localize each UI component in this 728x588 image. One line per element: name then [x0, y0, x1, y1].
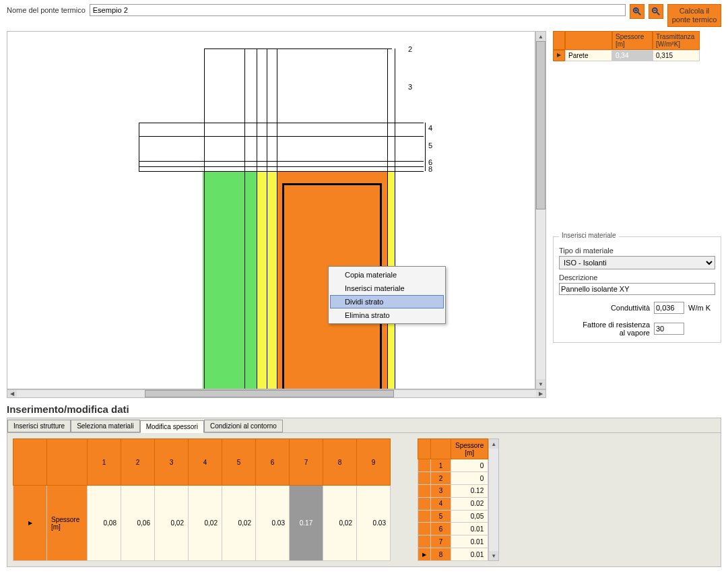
param-col-spessore: Spessore [m] — [612, 31, 653, 50]
tab-inserisci-strutture[interactable]: Inserisci strutture — [7, 420, 71, 432]
scroll-down-icon[interactable]: ▼ — [489, 551, 498, 560]
v-corner — [418, 439, 431, 459]
param-corner — [553, 31, 565, 50]
hline — [139, 171, 424, 172]
hline — [139, 166, 424, 167]
vline — [395, 48, 395, 389]
svg-line-1 — [638, 12, 640, 15]
cond-input[interactable] — [654, 302, 684, 314]
v-cell[interactable]: 0 — [451, 472, 488, 485]
v-idx: 4 — [431, 497, 451, 510]
v-idx: 3 — [431, 484, 451, 497]
horizontal-spessore-table[interactable]: 1 2 3 4 5 6 7 8 9 ▶ Spessore [m] 0,08 0,… — [13, 438, 391, 561]
cond-label: Conduttività — [559, 304, 650, 312]
v-idx: 5 — [431, 510, 451, 523]
menu-item-copia[interactable]: Copia materiale — [330, 268, 444, 282]
vline — [387, 48, 388, 389]
h-cell[interactable]: 0.03 — [256, 486, 290, 561]
v-idx: 1 — [431, 459, 451, 472]
param-spessore[interactable]: 0,34 — [612, 50, 653, 61]
scroll-up-icon[interactable]: ▲ — [489, 439, 498, 449]
h-cell-selected[interactable]: 0.17 — [290, 486, 323, 561]
zoom-out-icon — [651, 7, 661, 16]
v-cell[interactable]: 0.12 — [451, 484, 488, 497]
v-marker — [418, 535, 431, 548]
name-input[interactable] — [90, 4, 626, 16]
desc-input[interactable] — [559, 283, 715, 295]
v-cell[interactable]: 0.01 — [451, 523, 488, 535]
h-cell[interactable]: 0,02 — [222, 486, 256, 561]
zoom-in-icon — [632, 7, 642, 16]
menu-item-inserisci[interactable]: Inserisci materiale — [330, 282, 444, 295]
h-cell[interactable]: 0,08 — [88, 486, 121, 561]
scroll-right-icon[interactable]: ▶ — [536, 390, 545, 397]
scroll-up-icon[interactable]: ▲ — [536, 32, 545, 41]
calculate-button[interactable]: Calcola il ponte termico — [667, 4, 721, 27]
h-cell[interactable]: 0,02 — [155, 486, 189, 561]
tipo-select[interactable]: ISO - Isolanti — [559, 256, 715, 269]
v-marker — [418, 510, 431, 523]
horizontal-scrollbar[interactable]: ◀ ▶ — [7, 389, 546, 398]
vertical-spessore-table[interactable]: Spessore [m] 10 20 30.12 40.02 50,05 60.… — [418, 438, 488, 561]
h-cell[interactable]: 0,02 — [189, 486, 222, 561]
v-cell[interactable]: 0.02 — [451, 497, 488, 510]
vert-table-scrollbar[interactable]: ▲ ▼ — [488, 438, 499, 561]
row-label: 8 — [428, 165, 432, 173]
calc-line2: ponte termico — [672, 15, 717, 24]
drawing-canvas[interactable]: 2 3 4 5 6 8 Copia materiale Inserisci ma… — [7, 31, 535, 389]
h-cell[interactable]: 0.03 — [357, 486, 391, 561]
hline — [204, 48, 392, 49]
tab-modifica-spessori[interactable]: Modifica spessori — [140, 420, 204, 433]
desc-label: Descrizione — [559, 273, 715, 282]
h-col: 8 — [323, 439, 357, 486]
tab-condizioni-contorno[interactable]: Condizioni al contorno — [204, 420, 283, 432]
v-marker — [418, 497, 431, 510]
row-label: 4 — [428, 124, 432, 132]
scrollbar-thumb-h[interactable] — [145, 390, 394, 397]
v-cell[interactable]: 0,05 — [451, 510, 488, 523]
name-label: Nome del ponte termico — [7, 4, 86, 14]
param-table: Spessore [m] Trasmittanza [W/m²K] ▶ Pare… — [553, 31, 721, 61]
param-name[interactable]: Parete — [565, 50, 612, 61]
vline — [139, 123, 139, 171]
v-cell[interactable]: 0 — [451, 459, 488, 472]
h-cell[interactable]: 0,06 — [121, 486, 155, 561]
tab-content: 1 2 3 4 5 6 7 8 9 ▶ Spessore [m] 0,08 0,… — [7, 432, 721, 567]
context-menu: Copia materiale Inserisci materiale Divi… — [328, 266, 446, 324]
vline — [267, 48, 267, 389]
zoom-in-button[interactable] — [630, 4, 644, 19]
hline — [139, 136, 424, 137]
param-trasm[interactable]: 0,315 — [653, 50, 700, 61]
h-col: 1 — [88, 439, 121, 486]
row-marker-icon: ▶ — [553, 50, 565, 61]
zoom-out-button[interactable] — [649, 4, 663, 19]
menu-item-elimina[interactable]: Elimina strato — [330, 308, 444, 322]
scroll-left-icon[interactable]: ◀ — [7, 390, 17, 397]
h-cell[interactable]: 0,02 — [323, 486, 357, 561]
v-idx: 6 — [431, 523, 451, 535]
param-col-name — [565, 31, 612, 50]
v-idx: 7 — [431, 535, 451, 548]
v-idx: 8 — [431, 548, 451, 561]
fatt-input[interactable] — [654, 323, 684, 335]
vline — [257, 48, 257, 389]
h-col: 4 — [189, 439, 222, 486]
row-label: 5 — [428, 141, 432, 150]
h-rowhead: Spessore [m] — [47, 486, 88, 561]
menu-item-dividi[interactable]: Dividi strato — [330, 295, 444, 308]
vertical-scrollbar[interactable]: ▲ ▼ — [535, 31, 546, 389]
v-corner2 — [431, 439, 451, 459]
scroll-down-icon[interactable]: ▼ — [536, 379, 545, 389]
vline — [244, 48, 245, 389]
tabs: Inserisci strutture Seleziona materiali … — [7, 418, 721, 432]
materials-legend: Inserisci materiale — [559, 232, 619, 239]
v-cell[interactable]: 0.01 — [451, 548, 488, 561]
row-marker-icon: ▶ — [418, 548, 431, 561]
v-cell[interactable]: 0.01 — [451, 535, 488, 548]
h-col: 7 — [290, 439, 323, 486]
scrollbar-thumb[interactable] — [536, 41, 545, 209]
v-marker — [418, 459, 431, 472]
h-corner2 — [47, 439, 88, 486]
tab-seleziona-materiali[interactable]: Seleziona materiali — [71, 420, 140, 432]
v-marker — [418, 484, 431, 497]
